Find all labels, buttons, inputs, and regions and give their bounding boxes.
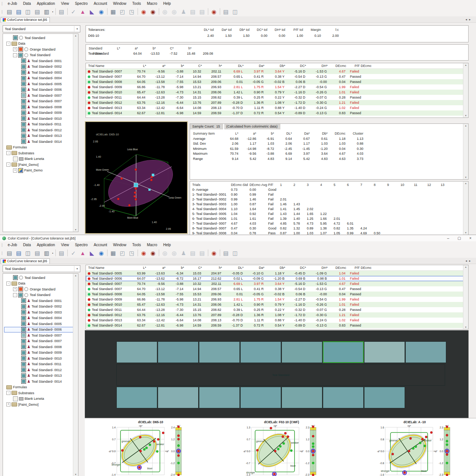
tree-item[interactable]: - ♟ [Paint_Demo] xyxy=(4,162,73,168)
flask-icon[interactable]: ♟ xyxy=(179,249,188,257)
trial-row[interactable]: Teal Standard- 0007 64.70-13.12-7.1414.9… xyxy=(86,74,468,79)
tree-item[interactable]: ♟ Teal Standard- 0011 xyxy=(4,122,73,128)
scroll-down-icon[interactable]: ▼ xyxy=(465,114,467,118)
column-header[interactable]: Trial Name xyxy=(86,265,131,270)
tree-item[interactable]: ♟ Teal Standard- 0013 xyxy=(4,373,73,379)
menu-item[interactable]: Window xyxy=(110,242,129,248)
matrix-row[interactable]: 1- Teal Standard- 0001 0.900.99Fail xyxy=(190,192,468,197)
column-header[interactable]: h* xyxy=(205,265,225,270)
approve-check-icon[interactable]: ✓ xyxy=(69,7,78,16)
matrix-scrollbar[interactable]: ▲▼ xyxy=(463,181,468,235)
new-job-icon[interactable]: ▤ xyxy=(5,249,14,257)
swatch-tile[interactable] xyxy=(282,341,322,363)
menu-item[interactable]: Spectro xyxy=(72,1,90,6)
tree-item[interactable]: + ♟ Orange Standard xyxy=(4,286,73,292)
tree-item[interactable]: ♟ Teal Standard xyxy=(4,35,73,41)
job-properties-icon[interactable]: ▤ xyxy=(57,7,66,16)
menu-item[interactable]: Account xyxy=(91,1,110,6)
menu-item[interactable]: View xyxy=(58,242,72,248)
matrix-row[interactable]: 7- Teal Standard- 0007 4.674.03Fail4.855… xyxy=(190,221,468,226)
tree-item[interactable]: ♟ Teal Standard- 0007 xyxy=(4,93,73,99)
tree-item[interactable]: ♟ Teal Standard- 0004 xyxy=(4,75,73,81)
column-header[interactable]: a* xyxy=(149,265,168,270)
job-properties-icon[interactable]: ▤ xyxy=(57,249,66,257)
swatch-tile[interactable] xyxy=(323,387,364,408)
tab-colorcurve[interactable]: ColorCurve tolerance set.jb5 xyxy=(1,258,50,264)
tree-item[interactable]: ♟ Formulas xyxy=(4,385,73,390)
menu-item[interactable]: Spectro xyxy=(72,242,90,248)
matrix-row[interactable]: 5- Teal Standard- 0005 1.040.92Fail1.431… xyxy=(190,212,468,216)
mail-icon[interactable]: ◫ xyxy=(231,249,240,257)
column-header[interactable]: P/F DEcmc xyxy=(349,265,374,270)
doc-b-icon[interactable]: ▤ xyxy=(197,249,207,257)
tree-expander[interactable]: - xyxy=(6,42,10,46)
sync-icon[interactable]: ◉ xyxy=(209,7,219,16)
export-icon[interactable]: ▤ xyxy=(221,7,231,16)
sphere-b-icon[interactable]: ◎ xyxy=(170,7,179,16)
column-header[interactable]: DL* xyxy=(225,265,247,270)
tree-item[interactable]: ♟ Teal Standard- 0008 xyxy=(4,344,73,350)
reader-left-icon[interactable]: ◰ xyxy=(118,249,127,257)
trial-row[interactable]: Teal Standard- 0007 70.74-9.56-3.8810.32… xyxy=(86,69,468,74)
tree-item[interactable]: ♟ Teal Standard- 0013 xyxy=(4,133,73,139)
sphere-a-icon[interactable]: ◎ xyxy=(160,7,170,16)
swatch-tile[interactable] xyxy=(405,341,446,363)
tree-expander[interactable]: - xyxy=(6,163,10,167)
column-header[interactable]: a* xyxy=(149,63,168,68)
tree-item[interactable]: ♟ Teal Standard- 0006 xyxy=(4,327,73,333)
doc-b-icon[interactable]: ▤ xyxy=(197,7,207,16)
tree-expander[interactable]: - xyxy=(6,151,10,155)
swatch-tile[interactable] xyxy=(282,387,322,408)
chevron-down-icon[interactable]: ▼ xyxy=(74,266,80,271)
tree-expander[interactable]: + xyxy=(13,287,17,291)
tree-item[interactable]: ♟ Teal Standard- 0012 xyxy=(4,367,73,373)
trial-row[interactable]: Teal Standard- 0009 66.86-11.78-5.9813.2… xyxy=(86,297,468,302)
doc-a-icon[interactable]: ▤ xyxy=(188,249,197,257)
matrix-row[interactable]: 0- Average 0.730.00Good xyxy=(190,187,468,192)
menu-item[interactable]: Application xyxy=(34,1,58,6)
standard-selector[interactable]: Teal Standard ▼ xyxy=(3,265,80,272)
minimize-button[interactable]: – xyxy=(443,235,454,241)
column-header[interactable]: Trial Name xyxy=(86,63,131,68)
column-header[interactable]: DH* xyxy=(309,265,331,270)
summary-scrollbar[interactable]: ▲▼ xyxy=(463,124,468,179)
menu-item[interactable]: Tools xyxy=(129,242,144,248)
swatch-tile[interactable] xyxy=(323,341,364,363)
mail-icon[interactable]: ◫ xyxy=(231,7,240,16)
close-button[interactable]: × xyxy=(465,235,476,241)
swatch-tile[interactable] xyxy=(240,387,281,408)
tree-item[interactable]: ♟ Blank Leneta xyxy=(4,396,73,402)
tree-item[interactable]: ♟ Teal Standard- 0010 xyxy=(4,356,73,361)
swatch-tile[interactable] xyxy=(158,341,199,363)
tab-colorcurve[interactable]: ColorCurve tolerance set.jb5 xyxy=(1,17,50,22)
restore-button[interactable]: ▢ xyxy=(454,235,465,241)
tree-scrollbar[interactable]: ▲▼ xyxy=(73,34,78,232)
swatch-tile[interactable] xyxy=(199,341,240,363)
tree-item[interactable]: - ♟ Substrates xyxy=(4,150,73,156)
trial-row[interactable]: Teal Standard- 0010 65.47-12.63-4.7314.3… xyxy=(86,90,468,95)
tree-expander[interactable]: + xyxy=(13,168,17,173)
column-header[interactable]: DC* xyxy=(288,63,309,68)
column-header[interactable]: Da* xyxy=(247,265,267,270)
tree-item[interactable]: ♟ Teal Standard- 0012 xyxy=(4,127,73,133)
new-job-icon[interactable]: ▤ xyxy=(5,7,14,16)
matrix-row[interactable]: 4- Teal Standard- 0004 1.101.64Fail1.411… xyxy=(190,207,468,212)
tree-item[interactable]: ♟ Teal Standard- 0006 xyxy=(4,87,73,93)
swatch-tile[interactable] xyxy=(158,387,199,408)
open-job-icon[interactable]: ▤ xyxy=(14,7,23,16)
column-header[interactable]: C* xyxy=(187,63,205,68)
column-header[interactable]: DL* xyxy=(225,63,247,68)
tree-item[interactable]: - ♟ Data xyxy=(4,281,73,287)
matrix-row[interactable]: 8- Teal Standard- 0007 0.470.30Good0.821… xyxy=(190,226,468,231)
column-header[interactable]: DH* xyxy=(309,63,331,68)
scroll-down-icon[interactable]: ▼ xyxy=(465,231,467,235)
scroll-up-icon[interactable]: ▲ xyxy=(465,124,467,128)
column-header[interactable]: Db* xyxy=(267,63,288,68)
view-settings-icon[interactable]: ▦ xyxy=(109,7,118,16)
calibrate-spectro-icon[interactable]: ▲ xyxy=(78,7,87,16)
menu-item[interactable]: Data xyxy=(20,242,34,248)
chevron-down-icon[interactable]: ▼ xyxy=(74,26,80,32)
import-job-icon[interactable]: ▤ xyxy=(33,249,42,257)
scroll-down-icon[interactable]: ▼ xyxy=(75,228,77,232)
swatch-tile[interactable] xyxy=(240,341,281,363)
